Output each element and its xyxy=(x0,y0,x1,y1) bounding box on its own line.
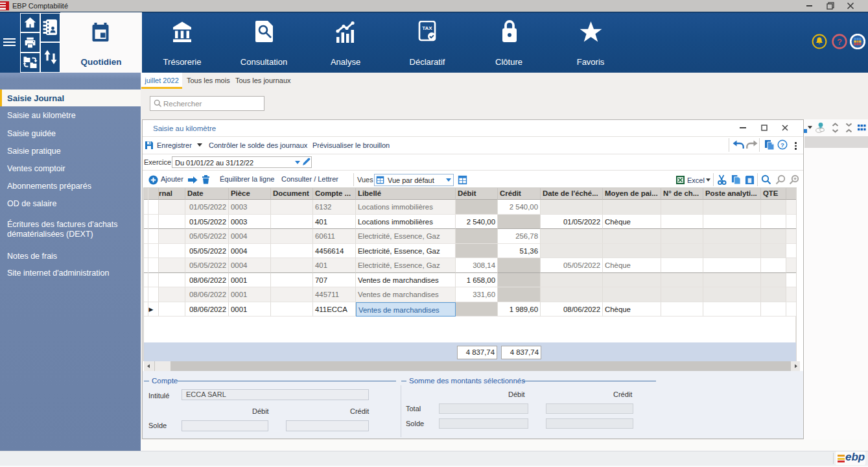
svg-text:TAX: TAX xyxy=(422,25,432,31)
svg-text:?: ? xyxy=(780,141,784,149)
svg-text:?: ? xyxy=(837,37,842,47)
